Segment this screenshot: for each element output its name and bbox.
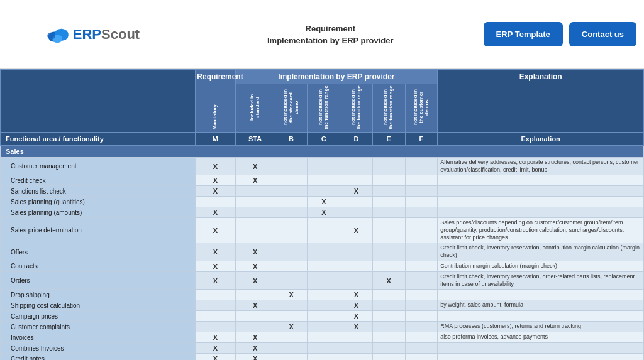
func-cell: Drop shipping [1, 290, 196, 300]
value-cell: X [275, 322, 308, 332]
value-cell [235, 322, 275, 332]
value-cell: X [196, 207, 235, 218]
contact-us-button[interactable]: Contact us [569, 22, 636, 46]
section-header: Sales [1, 146, 644, 158]
table-row: InvoicesXXalso proforma invoices, advanc… [1, 332, 644, 343]
value-cell: X [196, 218, 235, 243]
col-sub-mandatory: Mandatory [196, 84, 235, 133]
value-cell: X [235, 354, 275, 360]
table-row: Credit notesXX [1, 354, 644, 360]
value-cell: X [196, 243, 235, 261]
exp-cell: Credit limit check, inventory reservatio… [438, 243, 644, 261]
col-b-header: B [275, 133, 308, 146]
value-cell: X [340, 218, 373, 243]
value-cell [405, 300, 438, 311]
value-cell [275, 343, 308, 354]
value-cell [275, 207, 308, 218]
value-cell [275, 300, 308, 311]
value-cell [275, 175, 308, 186]
table-row: OrdersXXXCredit limit check, inventory r… [1, 271, 644, 289]
table-row: OffersXXCredit limit check, inventory re… [1, 243, 644, 261]
value-cell [275, 197, 308, 207]
col-m-header: M [196, 133, 235, 146]
value-cell [235, 186, 275, 197]
value-cell [405, 332, 438, 343]
table-row: Customer complaintsXXRMA processes (cust… [1, 322, 644, 332]
value-cell [235, 218, 275, 243]
value-cell: X [235, 158, 275, 175]
col-header-req: Requirement [196, 70, 235, 84]
header: ERPScout Requirement Implementation by E… [0, 0, 644, 69]
value-cell [275, 332, 308, 343]
value-cell [308, 175, 340, 186]
value-cell [340, 332, 373, 343]
value-cell: X [196, 261, 235, 271]
table-body: SalesCustomer managementXXAlternative de… [1, 146, 644, 361]
table-row: Sanctions list checkXX [1, 186, 644, 197]
value-cell: X [340, 290, 373, 300]
value-cell [372, 261, 405, 271]
erp-template-button[interactable]: ERP Template [484, 22, 563, 46]
col-f-header: F [405, 133, 438, 146]
col-sub-f: not included in the customer demos [405, 84, 438, 133]
func-cell: Contracts [1, 261, 196, 271]
exp-cell [438, 343, 644, 354]
func-cell: Invoices [1, 332, 196, 343]
value-cell [405, 186, 438, 197]
table-row: Sales planning (quantities)X [1, 197, 644, 207]
table-row: Shipping cost calculationXXby weight, sa… [1, 300, 644, 311]
func-cell: Combines Invoices [1, 343, 196, 354]
table-row: Credit checkXX [1, 175, 644, 186]
value-cell: X [340, 322, 373, 332]
value-cell: X [340, 186, 373, 197]
value-cell [340, 175, 373, 186]
logo: ERPScout [45, 26, 140, 43]
func-cell: Sales planning (amounts) [1, 207, 196, 218]
value-cell [308, 218, 340, 243]
exp-cell: also proforma invoices, advance payments [438, 332, 644, 343]
value-cell [308, 261, 340, 271]
value-cell [340, 343, 373, 354]
value-cell [308, 322, 340, 332]
value-cell: X [196, 271, 235, 289]
value-cell [235, 290, 275, 300]
exp-cell [438, 197, 644, 207]
value-cell [340, 243, 373, 261]
value-cell [308, 290, 340, 300]
value-cell [405, 218, 438, 243]
value-cell: X [196, 158, 235, 175]
func-cell: Orders [1, 271, 196, 289]
func-cell: Sales planning (quantities) [1, 197, 196, 207]
col-sub-d: not included in the function range [340, 84, 373, 133]
value-cell [196, 197, 235, 207]
logo-area: ERPScout [8, 26, 177, 43]
logo-text: ERPScout [73, 26, 140, 43]
value-cell [372, 197, 405, 207]
value-cell [308, 243, 340, 261]
value-cell: X [275, 290, 308, 300]
value-cell [275, 261, 308, 271]
table-wrapper: Requirement Implementation by ERP provid… [0, 69, 644, 360]
value-cell: X [235, 300, 275, 311]
value-cell: X [235, 343, 275, 354]
value-cell [196, 311, 235, 322]
header-buttons: ERP Template Contact us [484, 22, 636, 46]
func-cell: Customer management [1, 158, 196, 175]
value-cell [308, 311, 340, 322]
value-cell [275, 186, 308, 197]
value-cell [235, 207, 275, 218]
value-cell [308, 343, 340, 354]
value-cell [308, 158, 340, 175]
value-cell [308, 271, 340, 289]
func-cell: Shipping cost calculation [1, 300, 196, 311]
req-label: Requirement [306, 24, 355, 33]
value-cell [405, 311, 438, 322]
value-cell [405, 261, 438, 271]
exp-cell [438, 207, 644, 218]
value-cell [405, 322, 438, 332]
value-cell [340, 158, 373, 175]
value-cell [405, 290, 438, 300]
value-cell: X [308, 197, 340, 207]
table-row: Combines InvoicesXX [1, 343, 644, 354]
value-cell: X [340, 311, 373, 322]
